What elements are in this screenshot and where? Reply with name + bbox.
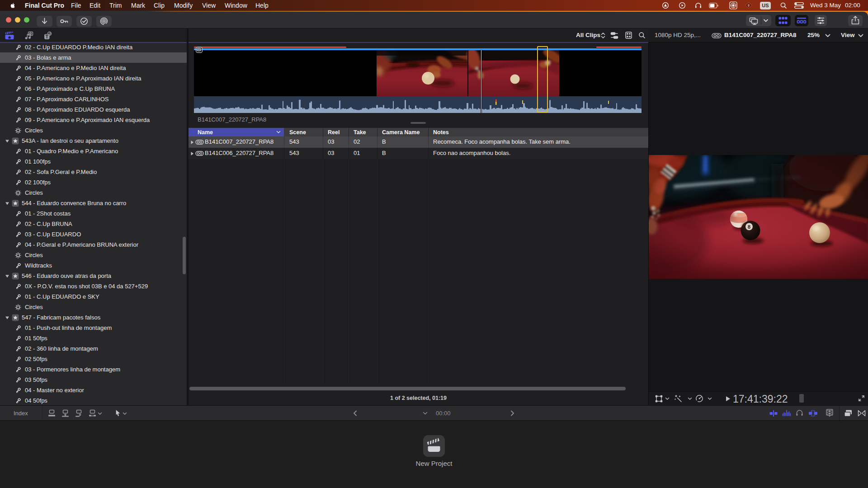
svg-text:T: T: [45, 34, 48, 39]
